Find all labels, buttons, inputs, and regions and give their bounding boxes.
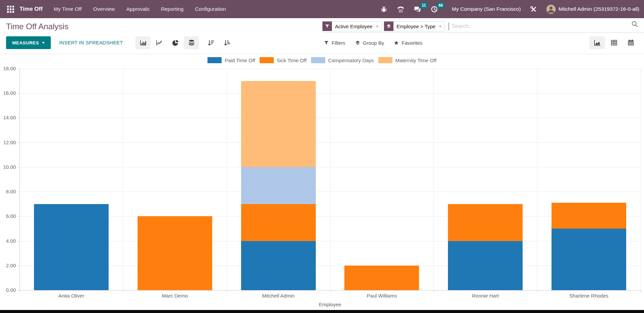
legend-compensatory-days[interactable]: Compensatory Days	[311, 57, 374, 63]
insert-in-spreadsheet-button[interactable]: INSERT IN SPREADSHEET	[57, 36, 125, 49]
filters-label: Filters	[332, 40, 345, 46]
bar-marc-demo-sick-time-off[interactable]	[138, 216, 212, 290]
apps-grid-icon[interactable]	[5, 3, 16, 15]
main-menu: My Time OffOverviewApprovalsReportingCon…	[48, 0, 232, 18]
bar-paul-williams-sick-time-off[interactable]	[344, 266, 419, 290]
legend-sick-time-off[interactable]: Sick Time Off	[260, 57, 307, 63]
gridline	[641, 69, 641, 290]
gridline	[20, 266, 641, 266]
bar-sharlene-rhodes-paid-time-off[interactable]	[552, 229, 626, 290]
x-tick-label: Anita Oliver	[20, 293, 123, 299]
user-avatar	[546, 5, 556, 14]
activities-clock-icon[interactable]: 48	[430, 5, 439, 13]
facet-label: Active Employee	[332, 22, 376, 31]
x-tick	[20, 290, 20, 292]
sort-descending-icon[interactable]	[203, 36, 218, 49]
y-tick	[17, 216, 20, 217]
gridline	[20, 216, 641, 217]
group-by-label: Group By	[363, 40, 384, 46]
y-tick	[17, 241, 20, 241]
menu-configuration[interactable]: Configuration	[189, 0, 232, 18]
gridline	[20, 118, 641, 118]
chart-type-toolbar	[136, 36, 234, 49]
bar-mitchell-admin-compensatory-days[interactable]	[241, 167, 316, 204]
pie-chart-icon[interactable]	[168, 36, 183, 49]
gridline	[123, 69, 123, 290]
bar-mitchell-admin-maternity-time-off[interactable]	[241, 81, 316, 167]
stacked-icon[interactable]	[184, 36, 199, 49]
user-name: Mitchell Admin (25319372-16-0-all)	[559, 6, 639, 12]
bar-mitchell-admin-sick-time-off[interactable]	[241, 204, 316, 241]
legend-label: Paid Time Off	[225, 57, 255, 63]
bar-anita-oliver-paid-time-off[interactable]	[34, 204, 109, 290]
y-tick-label: 12.00	[0, 140, 16, 145]
legend-paid-time-off[interactable]: Paid Time Off	[207, 57, 255, 63]
x-tick-label: Sharlene Rhodes	[537, 293, 641, 299]
search-facets: Active Employee×Employee > Type×	[322, 21, 445, 31]
search-bar[interactable]: Active Employee×Employee > Type× Search.…	[322, 20, 644, 33]
debug-bug-icon[interactable]	[380, 5, 388, 13]
y-tick	[17, 192, 20, 192]
bar-ronnie-hart-sick-time-off[interactable]	[448, 204, 523, 241]
group-by-button[interactable]: Group By	[355, 40, 384, 46]
x-tick	[433, 290, 434, 292]
gridline	[20, 290, 641, 290]
bar-ronnie-hart-paid-time-off[interactable]	[448, 241, 523, 290]
calendar-view-icon[interactable]	[623, 36, 639, 49]
x-tick	[641, 290, 641, 292]
gridline	[433, 69, 434, 290]
pivot-view-icon[interactable]	[606, 36, 622, 49]
filters-button[interactable]: Filters	[324, 40, 345, 46]
support-tools-icon[interactable]	[530, 5, 538, 13]
legend-maternity-time-off[interactable]: Maternity Time Off	[378, 57, 437, 63]
menu-my-time-off[interactable]: My Time Off	[48, 0, 87, 18]
filter-icon	[324, 40, 329, 45]
x-tick	[123, 290, 123, 292]
facet-remove-icon[interactable]: ×	[376, 22, 382, 31]
legend-label: Sick Time Off	[277, 57, 307, 63]
search-icon[interactable]	[631, 21, 638, 29]
favorites-button[interactable]: Favorites	[394, 40, 422, 46]
y-tick-label: 2.00	[0, 263, 16, 268]
messages-icon[interactable]: 11	[414, 5, 422, 13]
bar-sharlene-rhodes-sick-time-off[interactable]	[552, 203, 626, 229]
graph-view-icon[interactable]	[590, 36, 605, 49]
legend-color-box	[311, 57, 325, 63]
menu-approvals[interactable]: Approvals	[121, 0, 155, 18]
filter-icon	[323, 22, 332, 31]
legend-color-box	[260, 57, 274, 63]
voip-phone-icon[interactable]	[397, 5, 405, 13]
x-tick-label: Mitchell Admin	[227, 293, 330, 299]
gridline	[330, 69, 331, 290]
menu-overview[interactable]: Overview	[87, 0, 121, 18]
app-name[interactable]: Time Off	[20, 6, 43, 12]
chart-legend: Paid Time OffSick Time OffCompensatory D…	[0, 57, 644, 63]
company-switcher[interactable]: My Company (San Francisco)	[452, 6, 521, 12]
search-facet-active-employee[interactable]: Active Employee×	[322, 21, 382, 31]
y-tick-label: 4.00	[0, 238, 16, 244]
line-chart-icon[interactable]	[152, 36, 166, 49]
page-title: Time Off Analysis	[6, 22, 68, 31]
search-input[interactable]: Search...	[452, 23, 473, 29]
bar-mitchell-admin-paid-time-off[interactable]	[241, 241, 316, 290]
x-tick-label: Ronnie Hart	[433, 293, 537, 299]
gridline	[20, 241, 641, 241]
x-tick-label: Marc Demo	[123, 293, 227, 299]
facet-remove-icon[interactable]: ×	[439, 22, 445, 31]
sort-ascending-icon[interactable]	[220, 36, 234, 49]
user-menu[interactable]: Mitchell Admin (25319372-16-0-all)	[546, 5, 639, 14]
favorites-label: Favorites	[402, 40, 422, 46]
search-options: Filters Group By Favorites	[324, 36, 422, 49]
chevron-down-icon	[42, 42, 45, 44]
y-tick-label: 16.00	[0, 90, 16, 96]
menu-reporting[interactable]: Reporting	[155, 0, 189, 18]
search-facet-employee-type[interactable]: Employee > Type×	[384, 21, 445, 31]
legend-label: Maternity Time Off	[395, 57, 437, 63]
measures-button[interactable]: MEASURES	[6, 36, 51, 49]
messages-count-badge: 11	[420, 3, 427, 8]
gridline	[20, 143, 641, 143]
bottom-bar	[0, 310, 644, 313]
bar-chart-icon[interactable]	[136, 36, 150, 49]
x-tick-label: Paul Williams	[330, 293, 434, 299]
legend-color-box	[378, 57, 392, 63]
